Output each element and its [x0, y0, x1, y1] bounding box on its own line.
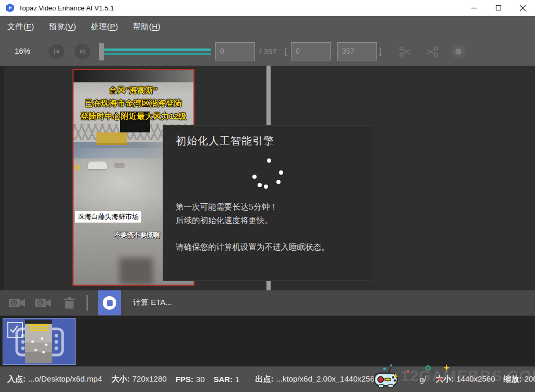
add-clip-button[interactable]	[8, 297, 26, 311]
total-frames-label: / 357	[259, 47, 276, 56]
trim-cut-button[interactable]	[399, 45, 412, 60]
maximize-button[interactable]	[486, 0, 510, 16]
status-scale: 缩放:200%	[503, 374, 535, 384]
status-out-point: 出点:...ktop/x6d_2.00x_1440x2560_thf-1	[256, 374, 399, 384]
window-controls	[461, 0, 535, 16]
video-yellow-sign	[96, 132, 127, 145]
status-in-size: 大小:720x1280	[112, 374, 167, 384]
trash-icon	[63, 297, 76, 310]
zoom-level: 16%	[15, 46, 30, 55]
status-fps: FPS:30	[176, 375, 205, 384]
stop-preview-button[interactable]	[451, 44, 466, 62]
timeline-progress-track[interactable]	[104, 48, 211, 51]
menu-preview[interactable]: 预览(V)	[49, 22, 77, 32]
toolbar-divider	[87, 295, 88, 311]
close-button[interactable]	[510, 0, 535, 16]
video-caption: 不要慌不要慌啊	[114, 231, 160, 240]
skip-forward-icon	[79, 48, 86, 55]
checkmark-icon	[8, 323, 20, 335]
dialog-message-3: 请确保您的计算机设置为不进入睡眠状态。	[176, 242, 330, 253]
trim-restore-button[interactable]	[425, 45, 439, 60]
dialog-message-1: 第一次可能需要长达5分钟！	[176, 202, 278, 213]
skip-forward-button[interactable]	[75, 44, 90, 59]
video-location-label: 珠海白藤头海鲜市场	[75, 211, 141, 223]
trim-bracket-close: ]	[379, 47, 381, 56]
title-bar: Topaz Video Enhance AI V1.5.1	[0, 0, 535, 16]
current-frame-input[interactable]: 0	[215, 42, 255, 60]
video-top-dark-bar	[74, 70, 193, 82]
scissors-right-icon	[399, 45, 412, 58]
clip-checkbox-checked[interactable]	[7, 322, 23, 338]
menu-file[interactable]: 文件(F)	[7, 22, 34, 32]
menu-bar: 文件(F) 预览(V) 处理(P) 帮助(H)	[0, 16, 535, 38]
status-sar: SAR:1	[214, 375, 240, 384]
video-reflection-shadow	[119, 258, 153, 285]
video-camera-plus-icon	[8, 297, 26, 309]
app-window: Topaz Video Enhance AI V1.5.1 文件(F) 预览(V…	[0, 0, 535, 392]
clip-thumbnail-selected[interactable]	[3, 318, 76, 365]
scissors-left-icon	[425, 45, 439, 58]
video-overlay-title: 台风“海高斯” 已在珠海市金湾区沿海登陆 登陆时中心附近最大风力12级	[74, 83, 193, 123]
clip-list-strip	[0, 315, 535, 366]
status-in-point: 入点:...o/Desktop/x6d.mp4	[7, 374, 102, 384]
timeline-slider-handle[interactable]	[99, 43, 104, 60]
menu-help[interactable]: 帮助(H)	[133, 22, 161, 32]
left-scroll-strip[interactable]	[0, 66, 4, 290]
status-out-size: 大小:1440x2560	[435, 374, 495, 384]
trim-separator: :	[333, 47, 335, 56]
dialog-title: 初始化人工智能引擎	[176, 134, 274, 148]
minimize-button[interactable]	[461, 0, 486, 16]
trim-start-input[interactable]: 0	[291, 42, 331, 60]
trim-end-input[interactable]: 357	[337, 42, 377, 60]
trim-bracket-open: [	[285, 47, 287, 56]
main-viewport: 台风“海高斯” 已在珠海市金湾区沿海登陆 登陆时中心附近最大风力12级 珠海白藤…	[0, 66, 535, 290]
eta-status: 计算 ETA...	[133, 298, 172, 308]
stop-icon	[451, 44, 466, 59]
playback-toolbar: 16% 0 / 357 [ 0 : 357 ]	[0, 38, 535, 66]
app-logo-icon	[5, 3, 15, 13]
menu-process[interactable]: 处理(P)	[91, 22, 118, 32]
process-toolbar: 计算 ETA...	[0, 290, 535, 315]
dialog-message-2: 后续的初始化速度将更快。	[176, 215, 273, 226]
remove-clip-button[interactable]	[34, 297, 52, 311]
ai-init-dialog: 初始化人工智能引擎 第一次可能需要长达5分钟！ 后续的初始化速度将更快。 请确保…	[163, 126, 372, 280]
delete-clip-button[interactable]	[63, 297, 76, 312]
status-bar: 入点:...o/Desktop/x6d.mp4 大小:720x1280 FPS:…	[0, 366, 535, 392]
status-out-point-tail: g/	[420, 375, 427, 384]
skip-back-button[interactable]	[48, 44, 64, 59]
timeline-buffer-track[interactable]	[104, 53, 211, 55]
stop-processing-icon	[103, 296, 116, 310]
skip-back-icon	[53, 48, 60, 55]
video-camera-minus-icon	[34, 297, 52, 309]
process-stop-button[interactable]	[98, 290, 121, 315]
window-title: Topaz Video Enhance AI V1.5.1	[19, 4, 114, 12]
clip-thumbnail-image	[25, 320, 52, 363]
